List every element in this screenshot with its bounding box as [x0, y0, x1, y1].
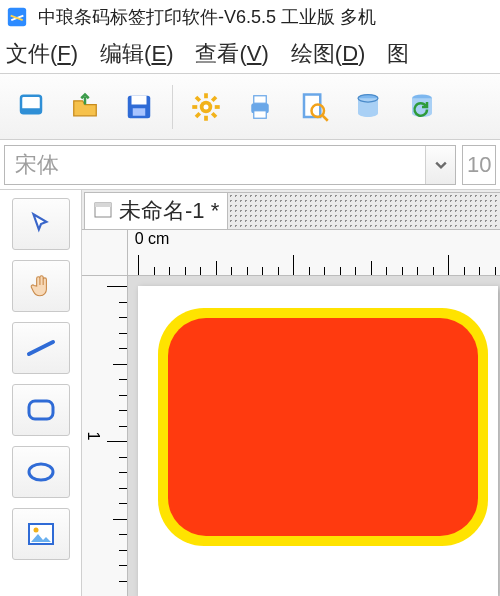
document-tab-label: 未命名-1 *: [119, 196, 219, 226]
settings-button[interactable]: [181, 82, 231, 132]
horizontal-ruler[interactable]: 0 cm: [128, 230, 500, 276]
menu-extra[interactable]: 图: [387, 39, 409, 69]
pan-tool-button[interactable]: [12, 260, 70, 312]
svg-line-15: [196, 113, 200, 117]
svg-rect-19: [254, 95, 267, 103]
rounded-rectangle-fill: [168, 318, 478, 536]
svg-point-31: [33, 528, 38, 533]
label-page[interactable]: [138, 286, 498, 596]
document-area: 未命名-1 * 0 cm 1: [82, 190, 500, 596]
new-document-button[interactable]: [6, 82, 56, 132]
svg-rect-7: [133, 108, 146, 116]
vertical-ruler[interactable]: 1: [82, 276, 128, 596]
svg-line-13: [196, 97, 200, 101]
main-toolbar: [0, 74, 500, 140]
ruler-label-one: 1: [84, 432, 102, 441]
svg-point-17: [204, 104, 209, 109]
document-tab-icon: [93, 201, 113, 221]
svg-line-14: [212, 113, 216, 117]
work-area: 未命名-1 * 0 cm 1: [0, 190, 500, 596]
line-tool-button[interactable]: [12, 322, 70, 374]
database-button[interactable]: [343, 82, 393, 132]
database-refresh-button[interactable]: [397, 82, 447, 132]
svg-rect-28: [29, 401, 53, 419]
svg-rect-6: [132, 95, 147, 104]
save-document-button[interactable]: [114, 82, 164, 132]
svg-line-16: [212, 97, 216, 101]
menubar: 文件(F) 编辑(E) 查看(V) 绘图(D) 图: [0, 34, 500, 74]
titlebar: 中琅条码标签打印软件-V6.5.5 工业版 多机: [0, 0, 500, 34]
font-size-value: 10: [467, 152, 491, 178]
rounded-rectangle-tool-button[interactable]: [12, 384, 70, 436]
toolbar-separator: [172, 85, 173, 129]
open-document-button[interactable]: [60, 82, 110, 132]
ruler-label-zero: 0 cm: [135, 230, 170, 248]
app-logo-icon: [6, 6, 28, 28]
dropdown-icon[interactable]: [425, 146, 455, 184]
tool-palette: [0, 190, 82, 596]
ellipse-tool-button[interactable]: [12, 446, 70, 498]
menu-view[interactable]: 查看(V): [195, 39, 268, 69]
svg-line-23: [323, 115, 328, 120]
menu-edit[interactable]: 编辑(E): [100, 39, 173, 69]
window-title: 中琅条码标签打印软件-V6.5.5 工业版 多机: [38, 5, 376, 29]
canvas-viewport[interactable]: [128, 276, 500, 596]
menu-draw[interactable]: 绘图(D): [291, 39, 366, 69]
font-family-select[interactable]: 宋体: [4, 145, 456, 185]
tabbar-filler: [228, 192, 500, 229]
menu-file[interactable]: 文件(F): [6, 39, 78, 69]
font-family-value: 宋体: [5, 150, 425, 180]
svg-point-29: [29, 464, 53, 480]
image-tool-button[interactable]: [12, 508, 70, 560]
print-button[interactable]: [235, 82, 285, 132]
svg-line-27: [29, 342, 53, 354]
rounded-rectangle-shape[interactable]: [158, 308, 488, 546]
document-tabbar: 未命名-1 *: [82, 190, 500, 230]
svg-rect-4: [21, 108, 41, 113]
ruler-corner: [82, 230, 128, 276]
font-size-select[interactable]: 10: [462, 145, 496, 185]
font-toolbar: 宋体 10: [0, 140, 500, 190]
svg-rect-20: [254, 110, 267, 118]
print-preview-button[interactable]: [289, 82, 339, 132]
select-tool-button[interactable]: [12, 198, 70, 250]
document-tab[interactable]: 未命名-1 *: [84, 192, 228, 229]
svg-rect-33: [95, 203, 111, 207]
